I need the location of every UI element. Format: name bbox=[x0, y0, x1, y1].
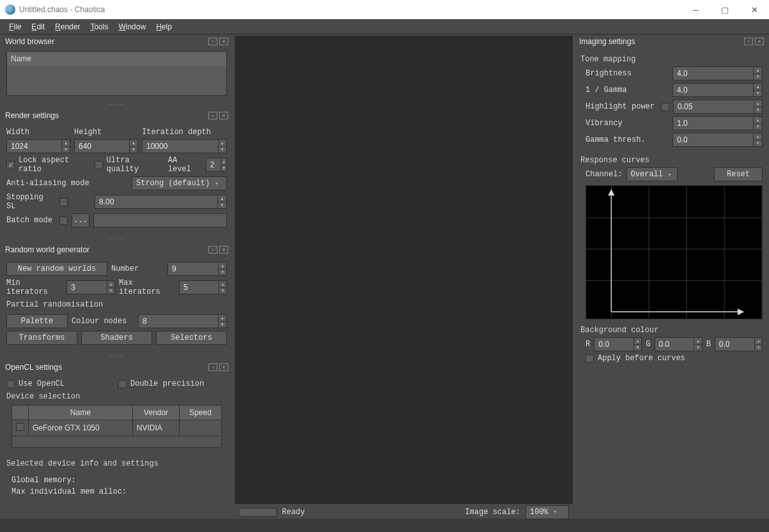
close-panel-icon[interactable]: × bbox=[219, 363, 228, 371]
world-list[interactable]: Name bbox=[6, 51, 227, 96]
render-settings-title: Render settings bbox=[5, 111, 59, 120]
highlight-power-input[interactable]: ▲▼ bbox=[673, 100, 763, 114]
device-speed bbox=[180, 420, 222, 436]
palette-button[interactable]: Palette bbox=[6, 314, 68, 328]
undock-icon[interactable]: ▫ bbox=[208, 363, 217, 371]
shaders-button[interactable]: Shaders bbox=[81, 331, 152, 345]
highlight-power-checkbox[interactable] bbox=[661, 103, 669, 111]
menu-tools[interactable]: Tools bbox=[85, 21, 113, 33]
opencl-panel: OpenCL settings ▫ × Use OpenCL Double pr… bbox=[0, 360, 233, 508]
channel-dropdown[interactable]: Overall bbox=[626, 167, 678, 181]
bg-b-label: B bbox=[706, 340, 711, 349]
stopping-sl-checkbox[interactable] bbox=[59, 198, 68, 206]
bg-b-input[interactable]: ▲▼ bbox=[715, 337, 763, 351]
number-input[interactable]: ▲▼ bbox=[167, 262, 227, 276]
device-info-label: Selected device info and settings bbox=[6, 459, 227, 468]
apply-before-curves-checkbox[interactable] bbox=[586, 354, 594, 363]
max-alloc-label: Max individual mem alloc: bbox=[12, 487, 222, 496]
render-settings-panel: Render settings ▫ × Width Height Iterati… bbox=[0, 109, 233, 243]
ultra-quality-checkbox[interactable] bbox=[95, 161, 103, 169]
undock-icon[interactable]: ▫ bbox=[208, 246, 217, 254]
min-iterators-input[interactable]: ▲▼ bbox=[66, 280, 115, 294]
menu-help[interactable]: Help bbox=[151, 21, 177, 33]
image-scale-dropdown[interactable]: 100% bbox=[525, 505, 569, 519]
right-panel: Imaging settings ▫ × Tone mapping Bright… bbox=[574, 34, 769, 519]
tone-mapping-label: Tone mapping bbox=[580, 55, 763, 64]
aa-mode-dropdown[interactable]: Strong (default) bbox=[132, 176, 227, 190]
brightness-label: Brightness bbox=[586, 69, 669, 78]
menu-file[interactable]: File bbox=[4, 21, 26, 33]
highlight-power-label: Highlight power bbox=[586, 102, 657, 111]
progress-bar bbox=[238, 508, 277, 517]
gamma-thresh-input[interactable]: ▲▼ bbox=[672, 133, 763, 147]
lock-aspect-label: Lock aspect ratio bbox=[19, 156, 91, 174]
new-random-worlds-button[interactable]: New random worlds bbox=[6, 262, 107, 276]
menu-window[interactable]: Window bbox=[113, 21, 151, 33]
vibrancy-label: Vibrancy bbox=[586, 119, 669, 128]
height-label: Height bbox=[74, 128, 138, 137]
batch-mode-checkbox[interactable] bbox=[59, 217, 68, 225]
batch-path-input[interactable] bbox=[93, 213, 227, 227]
table-row-empty bbox=[12, 436, 222, 448]
lock-aspect-checkbox[interactable]: ✓ bbox=[6, 161, 15, 169]
imaging-title: Imaging settings bbox=[579, 37, 635, 46]
random-title: Random world generator bbox=[5, 245, 89, 254]
response-curves-editor[interactable] bbox=[586, 185, 763, 319]
undock-icon[interactable]: ▫ bbox=[208, 112, 217, 119]
width-input[interactable]: ▲▼ bbox=[6, 139, 70, 153]
width-label: Width bbox=[6, 128, 70, 137]
menu-edit[interactable]: Edit bbox=[26, 21, 50, 33]
menu-render[interactable]: Render bbox=[50, 21, 85, 33]
gamma-thresh-label: Gamma thresh. bbox=[586, 135, 669, 144]
col-name[interactable]: Name bbox=[29, 406, 133, 420]
transforms-button[interactable]: Transforms bbox=[6, 331, 77, 345]
stopping-sl-input[interactable]: ▲▼ bbox=[95, 195, 227, 209]
use-opencl-checkbox[interactable] bbox=[6, 380, 15, 388]
opencl-title: OpenCL settings bbox=[5, 363, 62, 372]
bg-g-input[interactable]: ▲▼ bbox=[655, 337, 703, 351]
gamma-input[interactable]: ▲▼ bbox=[672, 83, 763, 97]
svg-marker-11 bbox=[738, 309, 743, 314]
aa-mode-label: Anti-aliasing mode bbox=[6, 179, 128, 188]
undock-icon[interactable]: ▫ bbox=[744, 38, 753, 45]
aa-level-label: AA level bbox=[168, 156, 202, 174]
close-panel-icon[interactable]: × bbox=[219, 246, 228, 254]
bg-g-label: G bbox=[646, 340, 650, 349]
world-list-name-col: Name bbox=[7, 52, 226, 66]
selectors-button[interactable]: Selectors bbox=[156, 331, 227, 345]
max-iterators-input[interactable]: ▲▼ bbox=[179, 280, 227, 294]
vibrancy-input[interactable]: ▲▼ bbox=[672, 116, 763, 130]
use-opencl-label: Use OpenCL bbox=[19, 379, 114, 388]
titlebar: Untitled.chaos - Chaotica ─ ▢ ✕ bbox=[0, 0, 769, 19]
iteration-depth-input[interactable]: ▲▼ bbox=[142, 139, 227, 153]
batch-browse-button[interactable]: ... bbox=[72, 213, 89, 227]
statusbar: Ready Image scale: 100% bbox=[233, 505, 574, 519]
close-panel-icon[interactable]: × bbox=[219, 112, 228, 119]
close-panel-icon[interactable]: × bbox=[219, 38, 228, 45]
maximize-button[interactable]: ▢ bbox=[710, 0, 740, 19]
col-speed[interactable]: Speed bbox=[180, 406, 222, 420]
undock-icon[interactable]: ▫ bbox=[208, 38, 217, 45]
table-row[interactable]: GeForce GTX 1050 NVIDIA bbox=[12, 420, 222, 436]
world-browser-panel: World browser ▫ × Name ······ bbox=[0, 34, 233, 109]
height-input[interactable]: ▲▼ bbox=[74, 139, 138, 153]
device-checkbox[interactable] bbox=[16, 423, 24, 431]
close-button[interactable]: ✕ bbox=[740, 0, 769, 19]
reset-button[interactable]: Reset bbox=[714, 167, 763, 181]
double-precision-checkbox[interactable] bbox=[118, 380, 127, 388]
brightness-input[interactable]: ▲▼ bbox=[672, 66, 763, 80]
render-view[interactable] bbox=[235, 36, 573, 504]
col-vendor[interactable]: Vendor bbox=[132, 406, 179, 420]
aa-level-input[interactable]: ▲▼ bbox=[206, 158, 227, 172]
colour-nodes-label: Colour nodes bbox=[72, 317, 134, 326]
colour-nodes-input[interactable]: ▲▼ bbox=[138, 314, 227, 328]
divider: ······ bbox=[0, 235, 233, 243]
menubar: File Edit Render Tools Window Help bbox=[0, 19, 769, 34]
left-panel: World browser ▫ × Name ······ Render set… bbox=[0, 34, 233, 519]
close-panel-icon[interactable]: × bbox=[755, 38, 764, 45]
world-browser-title: World browser bbox=[5, 37, 54, 46]
bg-r-input[interactable]: ▲▼ bbox=[594, 337, 642, 351]
minimize-button[interactable]: ─ bbox=[681, 0, 710, 19]
bg-r-label: R bbox=[586, 340, 590, 349]
random-generator-panel: Random world generator ▫ × New random wo… bbox=[0, 243, 233, 360]
